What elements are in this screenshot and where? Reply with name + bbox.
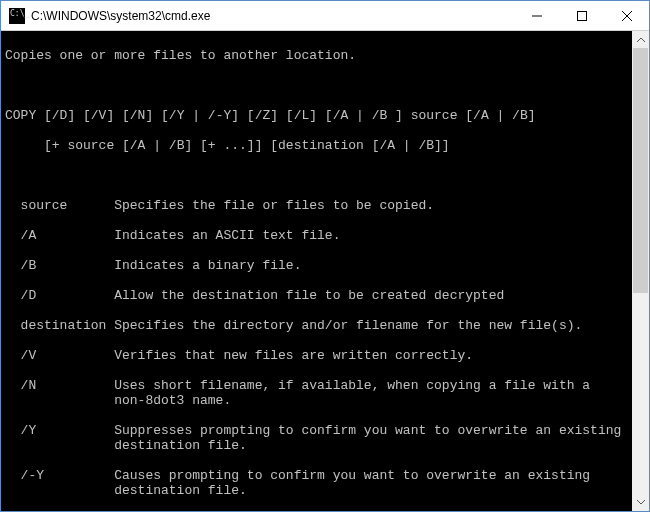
maximize-icon [577, 11, 587, 21]
syntax-line-2: [+ source [/A | /B] [+ ...]] [destinatio… [5, 138, 628, 153]
console-output[interactable]: Copies one or more files to another loca… [1, 31, 632, 511]
scroll-up-button[interactable] [632, 31, 649, 48]
chevron-down-icon [637, 500, 645, 505]
close-button[interactable] [604, 1, 649, 30]
option-desc: Causes prompting to confirm you want to … [114, 468, 628, 498]
option-desc: Allow the destination file to be created… [114, 288, 628, 303]
chevron-up-icon [637, 37, 645, 42]
option-row: /DAllow the destination file to be creat… [5, 288, 628, 303]
option-desc: Indicates a binary file. [114, 258, 628, 273]
blank-line [5, 78, 628, 93]
cmd-icon [9, 8, 25, 24]
option-name: /B [5, 258, 114, 273]
maximize-button[interactable] [559, 1, 604, 30]
option-row: /NUses short filename, if available, whe… [5, 378, 628, 408]
close-icon [622, 11, 632, 21]
syntax-line-1: COPY [/D] [/V] [/N] [/Y | /-Y] [/Z] [/L]… [5, 108, 628, 123]
scroll-track[interactable] [632, 48, 649, 494]
option-name: source [5, 198, 114, 213]
window-controls [514, 1, 649, 30]
option-desc: Suppresses prompting to confirm you want… [114, 423, 628, 453]
option-desc: Uses short filename, if available, when … [114, 378, 628, 408]
client-area: Copies one or more files to another loca… [1, 31, 649, 511]
option-row: /-YCauses prompting to confirm you want … [5, 468, 628, 498]
option-row: /BIndicates a binary file. [5, 258, 628, 273]
option-row: /VVerifies that new files are written co… [5, 348, 628, 363]
option-name: /V [5, 348, 114, 363]
option-desc: Specifies the file or files to be copied… [114, 198, 628, 213]
option-row: sourceSpecifies the file or files to be … [5, 198, 628, 213]
option-name: /-Y [5, 468, 114, 498]
vertical-scrollbar[interactable] [632, 31, 649, 511]
option-row: /YSuppresses prompting to confirm you wa… [5, 423, 628, 453]
option-row: /AIndicates an ASCII text file. [5, 228, 628, 243]
blank-line [5, 168, 628, 183]
minimize-button[interactable] [514, 1, 559, 30]
scroll-thumb[interactable] [633, 48, 648, 293]
scroll-down-button[interactable] [632, 494, 649, 511]
titlebar: C:\WINDOWS\system32\cmd.exe [1, 1, 649, 31]
option-row: destinationSpecifies the directory and/o… [5, 318, 628, 333]
option-desc: Indicates an ASCII text file. [114, 228, 628, 243]
option-name: /Y [5, 423, 114, 453]
option-name: /N [5, 378, 114, 408]
option-name: /D [5, 288, 114, 303]
minimize-icon [532, 11, 542, 21]
option-desc: Verifies that new files are written corr… [114, 348, 628, 363]
help-summary: Copies one or more files to another loca… [5, 48, 628, 63]
option-desc: Specifies the directory and/or filename … [114, 318, 628, 333]
option-name: destination [5, 318, 114, 333]
option-name: /A [5, 228, 114, 243]
svg-rect-1 [577, 11, 586, 20]
window-title: C:\WINDOWS\system32\cmd.exe [31, 9, 514, 23]
